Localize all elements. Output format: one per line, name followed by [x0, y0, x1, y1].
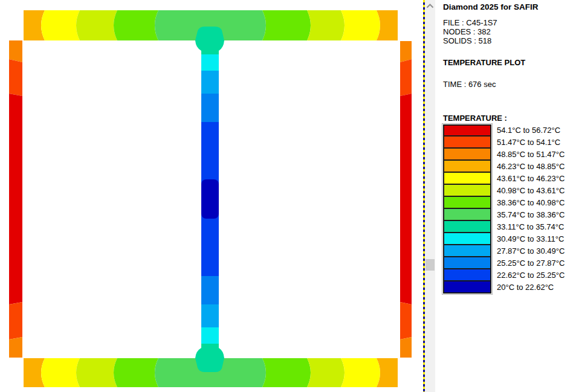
- plot-type-label: TEMPERATURE PLOT: [443, 58, 576, 67]
- file-info: FILE : C45-1S7: [443, 18, 576, 27]
- legend-row: 27.87°C to 30.49°C: [443, 245, 576, 257]
- right-side-plate: [400, 41, 412, 358]
- legend-range-label: 46.23°C to 48.85°C: [491, 161, 565, 173]
- legend-range-label: 27.87°C to 30.49°C: [491, 245, 565, 257]
- legend-range-label: 22.62°C to 25.25°C: [491, 269, 565, 281]
- legend-range-label: 38.36°C to 40.98°C: [491, 197, 565, 209]
- scrollbar-up-button[interactable]: [425, 1, 435, 10]
- legend-range-label: 33.11°C to 35.74°C: [491, 221, 564, 233]
- legend-row: 38.36°C to 40.98°C: [443, 197, 576, 209]
- temperature-legend: 54.1°C to 56.72°C 51.47°C to 54.1°C 48.8…: [443, 124, 576, 294]
- legend-color-swatch: [443, 147, 491, 161]
- legend-color-swatch: [443, 159, 491, 173]
- legend-color-swatch: [443, 256, 491, 269]
- legend-row: 20°C to 22.62°C: [443, 281, 576, 294]
- legend-color-swatch: [443, 172, 491, 185]
- legend-range-label: 30.49°C to 33.11°C: [491, 233, 564, 245]
- app-window: Diamond 2025 for SAFIR FILE : C45-1S7 NO…: [0, 0, 576, 392]
- legend-color-swatch: [443, 135, 491, 149]
- left-side-plate: [9, 40, 22, 358]
- legend-row: 33.11°C to 35.74°C: [443, 221, 576, 233]
- legend-range-label: 51.47°C to 54.1°C: [491, 137, 560, 149]
- legend-row: 51.47°C to 54.1°C: [443, 137, 576, 149]
- plot-viewport[interactable]: [0, 0, 423, 392]
- chevron-up-icon: [426, 4, 434, 8]
- info-panel: Diamond 2025 for SAFIR FILE : C45-1S7 NO…: [435, 0, 576, 392]
- legend-row: 25.25°C to 27.87°C: [443, 257, 576, 269]
- legend-color-swatch: [443, 196, 491, 209]
- web-coldest-zone: [201, 179, 219, 219]
- legend-color-swatch: [443, 232, 491, 245]
- time-label: TIME : 676 sec: [443, 80, 576, 89]
- legend-color-swatch: [443, 268, 491, 281]
- legend-range-label: 40.98°C to 43.61°C: [491, 185, 565, 197]
- legend-range-label: 54.1°C to 56.72°C: [491, 124, 560, 137]
- panel-scrollbar[interactable]: [425, 0, 435, 392]
- nodes-info: NODES : 382: [443, 27, 576, 36]
- legend-color-swatch: [443, 280, 491, 294]
- app-title: Diamond 2025 for SAFIR: [443, 2, 576, 11]
- legend-range-label: 48.85°C to 51.47°C: [491, 149, 565, 161]
- legend-color-swatch: [443, 124, 491, 137]
- legend-range-label: 20°C to 22.62°C: [491, 281, 554, 294]
- legend-row: 43.61°C to 46.23°C: [443, 173, 576, 185]
- legend-row: 22.62°C to 25.25°C: [443, 269, 576, 281]
- legend-row: 48.85°C to 51.47°C: [443, 149, 576, 161]
- scrollbar-thumb[interactable]: [426, 259, 435, 271]
- legend-title: TEMPERATURE :: [443, 114, 576, 123]
- legend-color-swatch: [443, 208, 491, 221]
- legend-row: 46.23°C to 48.85°C: [443, 161, 576, 173]
- legend-rows: 54.1°C to 56.72°C 51.47°C to 54.1°C 48.8…: [443, 124, 576, 294]
- legend-range-label: 35.74°C to 38.36°C: [491, 209, 565, 221]
- solids-info: SOLIDS : 518: [443, 36, 576, 45]
- legend-row: 35.74°C to 38.36°C: [443, 209, 576, 221]
- legend-row: 54.1°C to 56.72°C: [443, 124, 576, 137]
- section-contour-plot: [0, 0, 423, 392]
- legend-range-label: 43.61°C to 46.23°C: [491, 173, 565, 185]
- legend-row: 30.49°C to 33.11°C: [443, 233, 576, 245]
- legend-color-swatch: [443, 220, 491, 233]
- legend-color-swatch: [443, 244, 491, 257]
- legend-color-swatch: [443, 184, 491, 197]
- legend-range-label: 25.25°C to 27.87°C: [491, 257, 565, 269]
- legend-row: 40.98°C to 43.61°C: [443, 185, 576, 197]
- web: [201, 40, 219, 358]
